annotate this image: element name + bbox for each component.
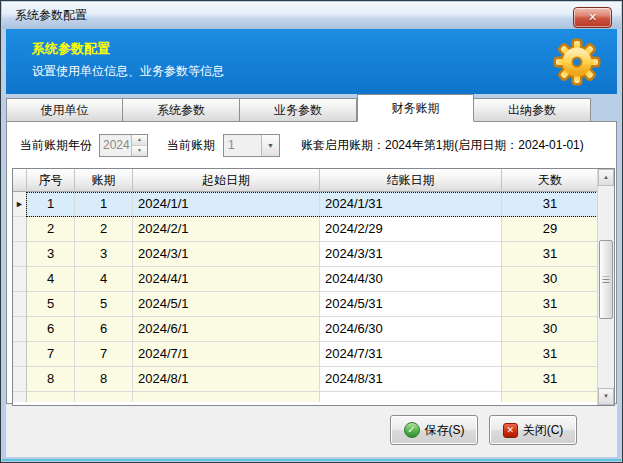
banner-title: 系统参数配置 — [32, 40, 617, 58]
controls-row: 当前账期年份 2024 ▲ ▼ 当前账期 1 ▼ 账套启用账期：2024年第1期… — [7, 122, 616, 157]
cell-start[interactable]: 2024/6/1 — [133, 317, 320, 342]
save-button-label: 保存(S) — [425, 422, 465, 439]
row-indicator[interactable] — [13, 267, 27, 292]
header-start-date[interactable]: 起始日期 — [133, 169, 320, 192]
table-row[interactable]: 222024/2/12024/2/2929 — [13, 217, 614, 242]
close-button-label: 关闭(C) — [523, 422, 564, 439]
scroll-down-icon[interactable]: ▼ — [598, 388, 614, 405]
spinner-up-icon[interactable]: ▲ — [132, 135, 147, 146]
tab-business-params[interactable]: 业务参数 — [240, 98, 357, 122]
cell-seq[interactable]: 3 — [27, 242, 75, 267]
header-end-date[interactable]: 结账日期 — [320, 169, 502, 192]
cell-seq[interactable]: 7 — [27, 342, 75, 367]
cell-days[interactable]: 31 — [502, 367, 599, 392]
row-indicator[interactable] — [13, 292, 27, 317]
cell-end[interactable]: 2024/4/30 — [320, 267, 502, 292]
cell-period[interactable]: 4 — [75, 267, 133, 292]
tab-strip: 使用单位系统参数业务参数财务账期出纳参数 — [6, 94, 617, 122]
cell-end[interactable]: 2024/5/31 — [320, 292, 502, 317]
vertical-scrollbar[interactable]: ▲ ▼ — [597, 169, 614, 405]
cell-end[interactable]: 2024/6/30 — [320, 317, 502, 342]
cell-period[interactable]: 7 — [75, 342, 133, 367]
spinner-buttons: ▲ ▼ — [131, 135, 147, 156]
cell-days[interactable]: 29 — [502, 217, 599, 242]
save-button[interactable]: ✓ 保存(S) — [390, 415, 478, 445]
tab-cashier-params[interactable]: 出纳参数 — [474, 98, 591, 122]
close-button[interactable]: ✕ 关闭(C) — [489, 415, 577, 445]
row-pointer-icon[interactable]: ► — [13, 192, 27, 217]
chevron-down-icon[interactable]: ▼ — [261, 135, 279, 156]
table-row[interactable]: 662024/6/12024/6/3030 — [13, 317, 614, 342]
row-indicator[interactable] — [13, 317, 27, 342]
cell-start — [133, 392, 320, 402]
cell-end[interactable]: 2024/8/31 — [320, 367, 502, 392]
cell-start[interactable]: 2024/4/1 — [133, 267, 320, 292]
cell-days[interactable]: 31 — [502, 292, 599, 317]
table-body: ►112024/1/12024/1/3131222024/2/12024/2/2… — [13, 192, 614, 392]
cell-period[interactable]: 2 — [75, 217, 133, 242]
title-bar[interactable]: 系统参数配置 ✕ — [2, 2, 621, 29]
cell-start[interactable]: 2024/2/1 — [133, 217, 320, 242]
period-dropdown-value[interactable]: 1 — [224, 135, 261, 156]
period-dropdown[interactable]: 1 ▼ — [223, 134, 280, 157]
row-indicator[interactable] — [13, 367, 27, 392]
row-indicator[interactable] — [13, 217, 27, 242]
banner-subtitle: 设置使用单位信息、业务参数等信息 — [32, 63, 617, 80]
cell-period[interactable]: 8 — [75, 367, 133, 392]
cell-period[interactable]: 3 — [75, 242, 133, 267]
table-row[interactable]: 442024/4/12024/4/3030 — [13, 267, 614, 292]
cell-period[interactable]: 1 — [75, 192, 133, 217]
window-title: 系统参数配置 — [2, 7, 87, 24]
tab-system-params[interactable]: 系统参数 — [123, 98, 240, 122]
frame-accent-line — [2, 459, 621, 461]
cell-seq[interactable]: 8 — [27, 367, 75, 392]
header-seq[interactable]: 序号 — [27, 169, 75, 192]
cell-seq[interactable]: 1 — [27, 192, 75, 217]
cell-start[interactable]: 2024/7/1 — [133, 342, 320, 367]
table-row[interactable]: 772024/7/12024/7/3131 — [13, 342, 614, 367]
year-spinner-value[interactable]: 2024 — [100, 135, 131, 156]
cell-end[interactable]: 2024/7/31 — [320, 342, 502, 367]
cell-days[interactable]: 31 — [502, 192, 599, 217]
scrollbar-thumb[interactable] — [599, 240, 613, 319]
cell-seq[interactable]: 5 — [27, 292, 75, 317]
cell-days[interactable]: 31 — [502, 342, 599, 367]
scroll-up-icon[interactable]: ▲ — [598, 169, 614, 186]
tab-use-unit[interactable]: 使用单位 — [6, 98, 123, 122]
cell-seq[interactable]: 4 — [27, 267, 75, 292]
cell-days[interactable]: 30 — [502, 317, 599, 342]
cell-days[interactable]: 31 — [502, 242, 599, 267]
table-row[interactable]: 332024/3/12024/3/3131 — [13, 242, 614, 267]
header-period[interactable]: 账期 — [75, 169, 133, 192]
row-indicator[interactable] — [13, 342, 27, 367]
row-indicator[interactable] — [13, 242, 27, 267]
cell-end[interactable]: 2024/2/29 — [320, 217, 502, 242]
table-row[interactable]: 882024/8/12024/8/3131 — [13, 367, 614, 392]
spinner-down-icon[interactable]: ▼ — [132, 146, 147, 156]
gear-icon — [553, 38, 601, 86]
window-close-button[interactable]: ✕ — [573, 7, 612, 28]
year-spinner[interactable]: 2024 ▲ ▼ — [99, 134, 148, 157]
cell-end — [320, 392, 502, 402]
cell-start[interactable]: 2024/8/1 — [133, 367, 320, 392]
table-row-partial — [13, 392, 614, 402]
cell-days[interactable]: 30 — [502, 267, 599, 292]
header-indicator — [13, 169, 27, 192]
header-banner: 系统参数配置 设置使用单位信息、业务参数等信息 — [6, 29, 617, 94]
cell-seq — [27, 392, 75, 402]
tab-finance-period[interactable]: 财务账期 — [357, 94, 474, 122]
cell-end[interactable]: 2024/3/31 — [320, 242, 502, 267]
cell-end[interactable]: 2024/1/31 — [320, 192, 502, 217]
table-row[interactable]: 552024/5/12024/5/3131 — [13, 292, 614, 317]
cell-period[interactable]: 6 — [75, 317, 133, 342]
cell-indicator — [13, 392, 27, 402]
cell-period[interactable]: 5 — [75, 292, 133, 317]
cell-seq[interactable]: 6 — [27, 317, 75, 342]
cell-seq[interactable]: 2 — [27, 217, 75, 242]
table-row[interactable]: ►112024/1/12024/1/3131 — [13, 192, 614, 217]
header-days[interactable]: 天数 — [502, 169, 599, 192]
cell-start[interactable]: 2024/3/1 — [133, 242, 320, 267]
cell-start[interactable]: 2024/5/1 — [133, 292, 320, 317]
footer-bar: ✓ 保存(S) ✕ 关闭(C) — [6, 404, 617, 457]
cell-start[interactable]: 2024/1/1 — [133, 192, 320, 217]
